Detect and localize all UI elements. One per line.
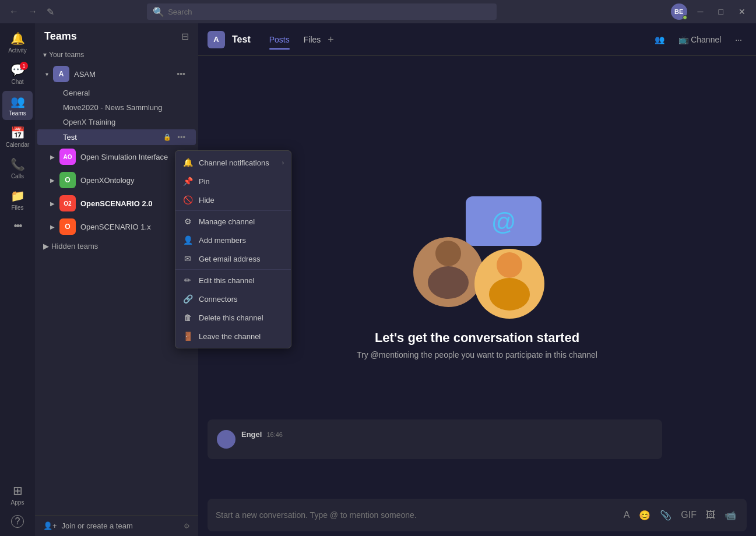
leave-icon: 🚪	[182, 332, 193, 341]
menu-label-hide: Hide	[199, 196, 284, 204]
your-teams-section[interactable]: ▾ Your teams	[35, 47, 198, 62]
channel-more-btn[interactable]: ···	[730, 33, 747, 47]
svg-text:@: @	[491, 208, 516, 235]
menu-item-delete-channel[interactable]: 🗑 Delete this channel	[175, 308, 291, 327]
attach-icon[interactable]: 📎	[657, 507, 674, 523]
calls-icon: 📞	[10, 157, 25, 171]
menu-divider-2	[175, 269, 291, 270]
add-tab-button[interactable]: +	[328, 30, 334, 49]
os1-chevron-icon: ▶	[50, 224, 55, 230]
emoji-icon[interactable]: 😊	[637, 507, 653, 523]
menu-item-pin[interactable]: 📌 Pin	[175, 172, 291, 191]
chat-label: Chat	[11, 79, 23, 85]
calls-label: Calls	[11, 173, 24, 179]
add-member-icon: 👤	[182, 235, 193, 245]
meet-button[interactable]: 👥	[650, 33, 669, 47]
channel-header: A Test Posts Files + 👥 📺 Channel ···	[198, 23, 756, 56]
join-create-icon: 👤+	[43, 521, 57, 530]
rail-item-activity[interactable]: 🔔 Activity	[2, 28, 33, 57]
chevron-down-icon: ▾	[43, 51, 47, 59]
meet-now-icon[interactable]: 📹	[722, 507, 739, 523]
your-teams-label: Your teams	[49, 51, 84, 59]
files-label: Files	[11, 204, 23, 211]
team-item-os2[interactable]: ▶ O2 OpenSCENARIO 2.0	[37, 192, 196, 215]
team-avatar-os2: O2	[59, 195, 76, 211]
search-input[interactable]	[168, 8, 491, 16]
maximize-button[interactable]: □	[714, 6, 728, 17]
tab-files[interactable]: Files	[297, 30, 328, 49]
hide-icon: 🚫	[182, 195, 193, 204]
files-icon: 📁	[10, 189, 25, 203]
rail-item-apps[interactable]: ⊞ Apps	[2, 480, 33, 509]
oxo-chevron-icon: ▶	[50, 177, 55, 184]
hidden-teams-chevron-icon: ▶	[43, 242, 49, 251]
menu-item-edit-channel[interactable]: ✏ Edit this channel	[175, 271, 291, 290]
gif-icon[interactable]: GIF	[678, 507, 699, 523]
team-name-os2: OpenSCENARIO 2.0	[80, 199, 188, 208]
tab-posts[interactable]: Posts	[262, 30, 297, 49]
channel-item-test[interactable]: Test 🔒 •••	[37, 129, 196, 145]
search-bar[interactable]: 🔍	[147, 3, 497, 20]
rail-item-calendar[interactable]: 📅 Calendar	[2, 122, 33, 151]
status-dot	[683, 15, 687, 20]
close-button[interactable]: ✕	[734, 6, 750, 17]
filter-button[interactable]: ⊟	[181, 31, 189, 42]
help-icon: ?	[11, 515, 24, 528]
channel-more-test[interactable]: •••	[175, 132, 188, 142]
rail-item-files[interactable]: 📁 Files	[2, 185, 33, 214]
menu-item-leave-channel[interactable]: 🚪 Leave the channel	[175, 327, 291, 345]
format-icon[interactable]: A	[621, 507, 632, 523]
rail-item-teams[interactable]: 👥 Teams	[2, 91, 33, 120]
team-more-asam[interactable]: •••	[174, 68, 188, 80]
avatar[interactable]: BE	[671, 3, 687, 20]
rail-bottom: ⊞ Apps ?	[2, 480, 33, 536]
asam-chevron-icon: ▾	[45, 71, 48, 77]
channel-tabs: Posts Files +	[262, 30, 334, 49]
search-icon: 🔍	[153, 6, 164, 17]
message-author: Engel	[241, 430, 262, 439]
sidebar: Teams ⊟ ▾ Your teams ▾ A ASAM ••• Genera…	[35, 23, 198, 536]
compose-bar[interactable]: A 😊 📎 GIF 🖼 📹	[208, 499, 747, 531]
channel-item-general[interactable]: General	[37, 86, 196, 100]
hidden-teams-label: Hidden teams	[51, 242, 98, 251]
edit-button[interactable]: ✎	[43, 5, 58, 19]
team-item-asam[interactable]: ▾ A ASAM •••	[37, 62, 196, 86]
team-item-os1[interactable]: ▶ O OpenSCENARIO 1.x	[37, 215, 196, 238]
team-name-oxo: OpenXOntology	[80, 176, 188, 185]
team-name-os1: OpenSCENARIO 1.x	[80, 223, 188, 231]
menu-item-get-email[interactable]: ✉ Get email address	[175, 249, 291, 268]
forward-button[interactable]: →	[24, 5, 41, 19]
channel-btn[interactable]: 📺 Channel	[674, 33, 726, 47]
welcome-illustration: @	[402, 191, 553, 319]
join-create-team[interactable]: 👤+ Join or create a team ⚙	[35, 515, 198, 536]
channel-item-openx[interactable]: OpenX Training	[37, 115, 196, 129]
rail-item-chat[interactable]: 💬 Chat 1	[2, 59, 33, 89]
nav-buttons: ← → ✎	[6, 5, 58, 19]
menu-item-add-members[interactable]: 👤 Add members	[175, 231, 291, 249]
message-item: Engel 16:46	[217, 426, 653, 452]
menu-item-manage-channel[interactable]: ⚙ Manage channel	[175, 212, 291, 231]
menu-label-add-members: Add members	[199, 236, 284, 245]
back-button[interactable]: ←	[6, 5, 22, 19]
channel-item-move2020[interactable]: Move2020 - News Sammlung	[37, 100, 196, 115]
calendar-label: Calendar	[6, 142, 30, 148]
menu-item-hide[interactable]: 🚫 Hide	[175, 191, 291, 209]
minimize-button[interactable]: ─	[693, 6, 708, 17]
team-item-osi[interactable]: ▶ AO Open Simulation Interface	[37, 145, 196, 168]
sticker-icon[interactable]: 🖼	[704, 507, 718, 523]
activity-label: Activity	[8, 47, 27, 54]
menu-label-leave-channel: Leave the channel	[199, 332, 284, 341]
rail-item-help[interactable]: ?	[2, 512, 33, 531]
teams-icon: 👥	[10, 94, 25, 108]
channel-name-header: Test	[232, 34, 251, 45]
menu-item-channel-notifications[interactable]: 🔔 Channel notifications ›	[175, 153, 291, 172]
menu-item-connectors[interactable]: 🔗 Connectors	[175, 290, 291, 308]
hidden-teams-section[interactable]: ▶ Hidden teams	[35, 238, 198, 254]
compose-input[interactable]	[216, 510, 617, 520]
rail-item-more[interactable]: •••	[2, 217, 33, 236]
channel-name-openx: OpenX Training	[63, 118, 188, 126]
team-item-oxo[interactable]: ▶ O OpenXOntology	[37, 168, 196, 192]
rail-item-calls[interactable]: 📞 Calls	[2, 154, 33, 183]
svg-point-4	[428, 266, 469, 299]
channel-name-move2020: Move2020 - News Sammlung	[63, 103, 188, 112]
